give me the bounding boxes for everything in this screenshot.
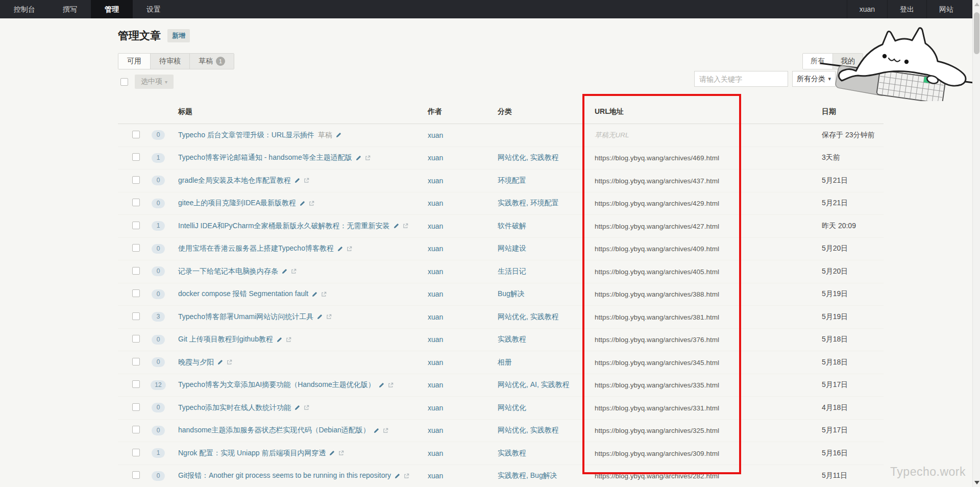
author-link[interactable]: xuan: [428, 472, 443, 480]
post-title-link[interactable]: Typecho博客部署Umami网站访问统计工具: [178, 312, 313, 322]
nav-item-控制台[interactable]: 控制台: [0, 0, 49, 18]
author-link[interactable]: xuan: [428, 245, 443, 253]
edit-icon[interactable]: [329, 450, 335, 456]
scope-button-所有[interactable]: 所有: [803, 54, 833, 69]
comment-count-badge[interactable]: 0: [152, 244, 165, 254]
edit-icon[interactable]: [379, 382, 384, 388]
author-link[interactable]: xuan: [428, 335, 443, 344]
comment-count-badge[interactable]: 0: [152, 266, 165, 276]
external-link-icon[interactable]: [304, 178, 309, 183]
category-links[interactable]: 网站优化, 实践教程: [498, 312, 559, 321]
comment-count-badge[interactable]: 12: [151, 380, 165, 390]
post-title-link[interactable]: Typecho 后台文章管理升级：URL显示插件: [178, 131, 314, 140]
category-links[interactable]: 软件破解: [498, 222, 526, 230]
comment-count-badge[interactable]: 0: [152, 176, 165, 185]
comment-count-badge[interactable]: 1: [152, 448, 165, 458]
row-checkbox[interactable]: [132, 358, 140, 366]
row-checkbox[interactable]: [132, 380, 140, 388]
post-title-link[interactable]: gitee上的项目克隆到IDEA最新版教程: [178, 199, 296, 208]
post-title-link[interactable]: Typecho博客为文章添加AI摘要功能（Handsome主题优化版）: [178, 380, 375, 389]
external-link-icon[interactable]: [321, 291, 327, 297]
author-link[interactable]: xuan: [428, 404, 443, 412]
external-link-icon[interactable]: [338, 450, 344, 456]
category-links[interactable]: 网站优化, 实践教程: [498, 153, 559, 161]
comment-count-badge[interactable]: 1: [152, 153, 165, 163]
filter-button[interactable]: 筛选: [840, 71, 872, 87]
external-link-icon[interactable]: [326, 314, 332, 320]
scroll-up-arrow[interactable]: [974, 3, 979, 6]
nav-item-设置[interactable]: 设置: [133, 0, 175, 18]
category-links[interactable]: 环境配置: [498, 176, 526, 184]
post-title-link[interactable]: Git 上传项目教程到github教程: [178, 335, 273, 344]
scope-button-我的[interactable]: 我的: [833, 54, 863, 69]
row-checkbox[interactable]: [132, 199, 140, 206]
nav-user-item-网站[interactable]: 网站: [926, 0, 966, 18]
category-links[interactable]: 网站优化, 实践教程: [498, 426, 559, 434]
edit-icon[interactable]: [295, 178, 300, 183]
row-checkbox[interactable]: [132, 471, 140, 479]
row-checkbox[interactable]: [132, 426, 140, 433]
author-link[interactable]: xuan: [428, 313, 443, 321]
row-checkbox[interactable]: [132, 335, 140, 343]
external-link-icon[interactable]: [286, 337, 291, 343]
nav-item-管理[interactable]: 管理: [91, 0, 133, 18]
comment-count-badge[interactable]: 0: [152, 426, 165, 435]
category-select[interactable]: 所有分类 ▾: [792, 71, 836, 87]
external-link-icon[interactable]: [227, 359, 232, 365]
edit-icon[interactable]: [300, 201, 305, 206]
row-checkbox[interactable]: [132, 449, 140, 456]
row-checkbox[interactable]: [132, 131, 140, 138]
edit-icon[interactable]: [317, 314, 323, 320]
post-title-link[interactable]: handsome主题添加服务器状态栏实现代码（Debian适配版）: [178, 426, 370, 435]
external-link-icon[interactable]: [365, 155, 371, 161]
category-links[interactable]: 网站优化: [498, 403, 526, 411]
edit-icon[interactable]: [217, 359, 223, 365]
comment-count-badge[interactable]: 0: [152, 199, 165, 208]
nav-user-item-登出[interactable]: 登出: [887, 0, 926, 18]
edit-icon[interactable]: [394, 223, 399, 229]
edit-icon[interactable]: [282, 269, 287, 274]
row-checkbox[interactable]: [132, 244, 140, 252]
comment-count-badge[interactable]: 0: [152, 335, 165, 345]
category-links[interactable]: 网站建设: [498, 244, 526, 252]
author-link[interactable]: xuan: [428, 131, 443, 139]
post-title-link[interactable]: 记录一下给笔记本电脑换内存条: [178, 267, 278, 276]
external-link-icon[interactable]: [383, 428, 388, 433]
add-post-button[interactable]: 新增: [167, 29, 190, 42]
scrollbar[interactable]: [972, 0, 980, 487]
category-links[interactable]: 实践教程, 环境配置: [498, 199, 559, 207]
external-link-icon[interactable]: [404, 473, 409, 479]
row-checkbox[interactable]: [132, 153, 140, 161]
edit-icon[interactable]: [277, 337, 282, 343]
post-title-link[interactable]: gradle全局安装及本地仓库配置教程: [178, 176, 291, 185]
nav-user-item-xuan[interactable]: xuan: [847, 0, 887, 18]
author-link[interactable]: xuan: [428, 199, 443, 207]
post-title-link[interactable]: Typecho博客评论邮箱通知 - handsome等全主题适配版: [178, 153, 352, 162]
edit-icon[interactable]: [395, 473, 400, 479]
comment-count-badge[interactable]: 0: [152, 357, 165, 367]
external-link-icon[interactable]: [309, 201, 314, 206]
tab-待审核[interactable]: 待审核: [151, 54, 190, 69]
tab-可用[interactable]: 可用: [118, 54, 151, 69]
comment-count-badge[interactable]: 0: [152, 130, 165, 140]
external-link-icon[interactable]: [304, 405, 309, 410]
edit-icon[interactable]: [337, 246, 343, 252]
row-checkbox[interactable]: [132, 222, 140, 229]
comment-count-badge[interactable]: 0: [152, 471, 165, 481]
scrollbar-thumb[interactable]: [974, 12, 979, 54]
category-links[interactable]: 网站优化, AI, 实践教程: [498, 380, 570, 388]
category-links[interactable]: 实践教程: [498, 335, 526, 343]
post-title-link[interactable]: Ngrok 配置：实现 Uniapp 前后端项目内网穿透: [178, 449, 326, 458]
comment-count-badge[interactable]: 0: [152, 289, 165, 299]
external-link-icon[interactable]: [347, 246, 352, 252]
edit-icon[interactable]: [374, 428, 379, 433]
category-links[interactable]: Bug解决: [498, 289, 525, 298]
edit-icon[interactable]: [336, 132, 341, 138]
scroll-down-arrow[interactable]: [974, 481, 979, 484]
comment-count-badge[interactable]: 3: [152, 312, 165, 322]
author-link[interactable]: xuan: [428, 426, 443, 434]
nav-item-撰写[interactable]: 撰写: [49, 0, 91, 18]
post-title-link[interactable]: docker compose 报错 Segmentation fault: [178, 289, 308, 299]
category-links[interactable]: 生活日记: [498, 267, 526, 275]
category-links[interactable]: 相册: [498, 358, 512, 366]
